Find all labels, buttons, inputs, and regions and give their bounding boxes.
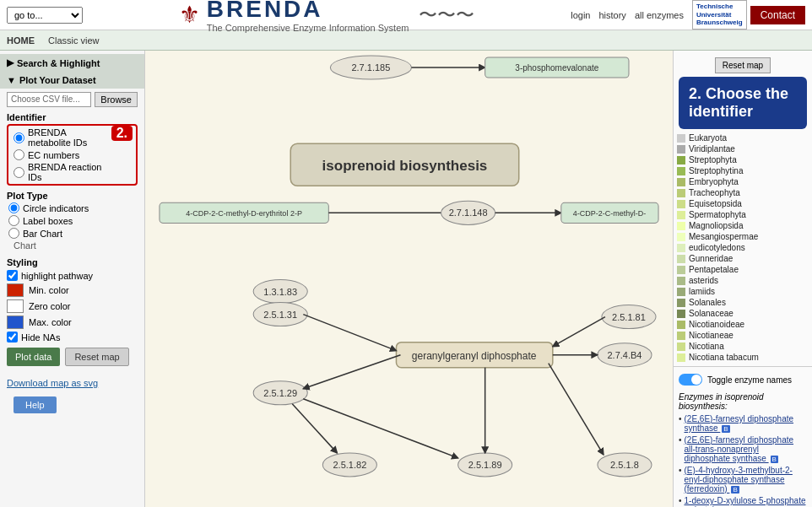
taxonomy-row: asterids bbox=[677, 275, 809, 286]
taxonomy-swatch bbox=[677, 244, 685, 252]
circle-indicators-radio[interactable] bbox=[8, 202, 19, 213]
enzyme-bullet: • bbox=[679, 466, 682, 475]
enzyme-bullet: • bbox=[679, 435, 682, 445]
right-panel: Reset map 2. Choose the identifier Eukar… bbox=[673, 51, 812, 507]
node-25129[interactable]: 2.5.1.29 bbox=[263, 388, 297, 398]
node-25181[interactable]: 2.5.1.81 bbox=[612, 312, 646, 322]
taxonomy-swatch bbox=[677, 332, 685, 340]
taxonomy-row: Solanales bbox=[677, 297, 809, 308]
node-25182[interactable]: 2.5.1.82 bbox=[333, 460, 366, 470]
node-25189[interactable]: 2.5.1.89 bbox=[468, 460, 502, 470]
enzyme-link[interactable]: (2E,6E)-farnesyl diphosphate all-trans-n… bbox=[685, 435, 807, 463]
bar-chart-radio[interactable] bbox=[8, 228, 19, 239]
action-buttons: Plot data Reset map bbox=[7, 348, 138, 366]
plot-data-button[interactable]: Plot data bbox=[7, 348, 60, 366]
csv-file-input[interactable]: Choose CSV file... bbox=[7, 92, 91, 107]
taxonomy-row: lamiids bbox=[677, 286, 809, 297]
taxonomy-name: Nicotiana tabacum bbox=[689, 353, 759, 362]
taxonomy-row: eudicotyledons bbox=[677, 242, 809, 253]
bar-chart-row[interactable]: Bar Chart bbox=[8, 228, 138, 239]
reset-map-button[interactable]: Reset map bbox=[65, 348, 128, 366]
ec-numbers-radio[interactable] bbox=[14, 149, 24, 160]
brenda-metabolite-radio-row[interactable]: BRENDA metabolite IDs bbox=[14, 127, 111, 148]
enzyme-link[interactable]: (E)-4-hydroxy-3-methylbut-2-enyl-diphosp… bbox=[685, 466, 807, 494]
help-button[interactable]: Help bbox=[14, 396, 57, 413]
enzyme-bullet: • bbox=[679, 496, 682, 505]
min-color-swatch[interactable] bbox=[7, 283, 24, 297]
brenda-metabolite-radio[interactable] bbox=[14, 132, 24, 143]
taxonomy-row: Nicotiana bbox=[677, 341, 809, 352]
plot-dataset-label: Plot Your Dataset bbox=[19, 75, 96, 85]
goto-select[interactable]: go to... bbox=[7, 7, 83, 24]
highlight-pathway-row[interactable]: highlight pathway bbox=[7, 270, 138, 281]
taxonomy-row: Equisetopsida bbox=[677, 198, 809, 209]
node-2518x[interactable]: 2.5.1.8 bbox=[610, 460, 639, 470]
home-link[interactable]: HOME bbox=[7, 35, 35, 46]
label-boxes-radio[interactable] bbox=[8, 215, 19, 226]
circle-indicators-label: Circle indicators bbox=[23, 203, 89, 213]
brenda-reaction-radio[interactable] bbox=[14, 167, 24, 178]
node-3phospho[interactable]: 3-phosphomevalonate bbox=[515, 63, 598, 73]
taxonomy-swatch bbox=[677, 189, 685, 197]
taxonomy-name: Solanaceae bbox=[689, 309, 734, 318]
label-boxes-row[interactable]: Label boxes bbox=[8, 215, 138, 226]
navbar: HOME Classic view bbox=[0, 30, 812, 51]
topbar-left: go to... bbox=[7, 7, 83, 24]
node-274b4[interactable]: 2.7.4.B4 bbox=[607, 350, 641, 360]
toggle-enzyme-names-label: Toggle enzyme names bbox=[707, 375, 792, 385]
enzyme-item: •(E)-4-hydroxy-3-methylbut-2-enyl-diphos… bbox=[679, 466, 807, 494]
download-svg-link[interactable]: Download map as svg bbox=[0, 375, 144, 391]
max-color-row: Max. color bbox=[7, 316, 138, 329]
zero-color-swatch[interactable] bbox=[7, 299, 24, 313]
brenda-reaction-radio-row[interactable]: BRENDA reaction IDs bbox=[14, 162, 111, 182]
taxonomy-row: Spermatophyta bbox=[677, 209, 809, 220]
toggle-row: Toggle enzyme names bbox=[674, 370, 812, 389]
taxonomy-swatch bbox=[677, 255, 685, 263]
node-25131[interactable]: 2.5.1.31 bbox=[263, 310, 297, 320]
taxonomy-row: Embryophyta bbox=[677, 176, 809, 187]
node-geranyl[interactable]: geranylgeranyl diphosphate bbox=[412, 350, 537, 362]
browse-button[interactable]: Browse bbox=[95, 92, 138, 107]
enzymes-title: Enzymes in isoprenoid biosynthesis: bbox=[679, 392, 807, 411]
enzyme-link[interactable]: 1-deoxy-D-xylulose 5-phosphate reductois… bbox=[685, 496, 807, 507]
taxonomy-name: Spermatophyta bbox=[689, 210, 746, 219]
node-271148[interactable]: 2.7.1.148 bbox=[449, 208, 488, 218]
taxonomy-name: Nicotiana bbox=[689, 342, 724, 351]
hide-nas-row[interactable]: Hide NAs bbox=[7, 332, 138, 342]
enzymes-section: Enzymes in isoprenoid biosynthesis: •(2E… bbox=[674, 389, 812, 507]
choose-identifier-box: 2. Choose the identifier bbox=[679, 77, 807, 129]
search-highlight-label: Search & Highlight bbox=[17, 58, 100, 68]
ec-numbers-radio-row[interactable]: EC numbers bbox=[14, 149, 111, 160]
main-layout: ▶ Search & Highlight ▼ Plot Your Dataset… bbox=[0, 51, 812, 507]
search-highlight-header[interactable]: ▶ Search & Highlight bbox=[0, 54, 144, 72]
plot-dataset-header[interactable]: ▼ Plot Your Dataset bbox=[0, 72, 144, 89]
contact-button[interactable]: Contact bbox=[750, 6, 805, 24]
taxonomy-name: Pentapetalae bbox=[689, 265, 739, 274]
max-color-swatch[interactable] bbox=[7, 316, 24, 329]
node-4cdp[interactable]: 4-CDP-2-C-methyl-D-erythritol 2-P bbox=[186, 209, 302, 218]
reset-map-btn[interactable]: Reset map bbox=[715, 57, 771, 73]
hide-nas-checkbox[interactable] bbox=[7, 332, 18, 342]
file-row: Choose CSV file... Browse bbox=[7, 92, 138, 107]
toggle-enzyme-names-switch[interactable] bbox=[679, 374, 702, 386]
label-boxes-label: Label boxes bbox=[23, 216, 73, 226]
all-enzymes-link[interactable]: all enzymes bbox=[635, 10, 684, 20]
classic-view-label: Classic view bbox=[48, 35, 100, 46]
brenda-subtitle: The Comprehensive Enzyme Information Sys… bbox=[207, 23, 409, 33]
step-badge: 2. bbox=[111, 126, 133, 141]
node-2711185[interactable]: 2.7.1.185 bbox=[351, 62, 390, 73]
taxonomy-swatch bbox=[677, 156, 685, 165]
taxonomy-name: Gunneridae bbox=[689, 254, 733, 263]
map-title: isoprenoid biosynthesis bbox=[322, 158, 488, 174]
brenda-title: BRENDA bbox=[207, 0, 323, 23]
circle-indicators-row[interactable]: Circle indicators bbox=[8, 202, 138, 213]
login-link[interactable]: login bbox=[571, 10, 590, 20]
history-link[interactable]: history bbox=[598, 10, 625, 20]
node-131183[interactable]: 1.3.1.83 bbox=[263, 287, 297, 297]
node-4cdp-right[interactable]: 4-CDP-2-C-methyl-D- bbox=[573, 209, 647, 218]
highlight-pathway-checkbox[interactable] bbox=[7, 270, 18, 281]
tub-logo: TechnischeUniversitätBraunschweig bbox=[692, 0, 747, 30]
chevron-down-icon: ▼ bbox=[7, 75, 16, 85]
enzyme-link[interactable]: (2E,6E)-farnesyl diphosphate synthase B bbox=[685, 414, 807, 433]
taxonomy-name: Nicotianeae bbox=[689, 331, 734, 340]
